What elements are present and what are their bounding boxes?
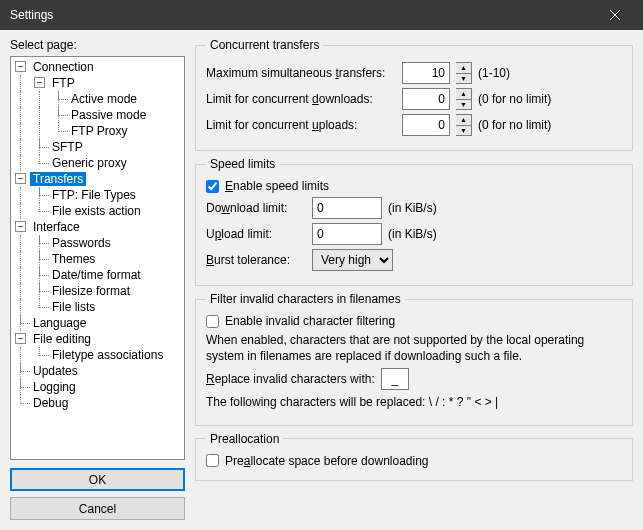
settings-tree[interactable]: − Connection − FTP Active mode	[10, 56, 185, 460]
concurrent-legend: Concurrent transfers	[206, 38, 323, 52]
tree-item-updates[interactable]: Updates	[30, 364, 81, 378]
dl-limit-unit: (in KiB/s)	[388, 201, 437, 215]
tree-item-themes[interactable]: Themes	[49, 252, 98, 266]
tree-item-passwords[interactable]: Passwords	[49, 236, 114, 250]
prealloc-label: Preallocate space before downloading	[225, 454, 429, 468]
concurrent-dl-input[interactable]	[402, 88, 450, 110]
max-transfers-input[interactable]	[402, 62, 450, 84]
enable-filter-checkbox[interactable]	[206, 315, 219, 328]
tree-item-transfers[interactable]: Transfers	[30, 172, 86, 186]
concurrent-ul-spinner[interactable]: ▲▼	[456, 114, 472, 136]
tree-item-sftp[interactable]: SFTP	[49, 140, 86, 154]
tree-item-filelists[interactable]: File lists	[49, 300, 98, 314]
burst-select[interactable]: Very high	[312, 249, 393, 271]
enable-filter-label: Enable invalid character filtering	[225, 314, 395, 328]
tree-item-datetime[interactable]: Date/time format	[49, 268, 144, 282]
replace-input[interactable]	[381, 368, 409, 390]
select-page-label: Select page:	[10, 38, 185, 52]
tree-item-passive-mode[interactable]: Passive mode	[68, 108, 149, 122]
tree-item-file-types[interactable]: FTP: File Types	[49, 188, 139, 202]
tree-item-file-editing[interactable]: File editing	[30, 332, 94, 346]
tree-item-filetype-assoc[interactable]: Filetype associations	[49, 348, 166, 362]
concurrent-ul-hint: (0 for no limit)	[478, 118, 551, 132]
tree-item-debug[interactable]: Debug	[30, 396, 71, 410]
concurrent-transfers-group: Concurrent transfers Maximum simultaneou…	[195, 38, 633, 151]
tree-toggle[interactable]: −	[15, 221, 26, 232]
tree-item-filesize[interactable]: Filesize format	[49, 284, 133, 298]
dl-limit-label: Download limit:	[206, 201, 306, 215]
burst-label: Burst tolerance:	[206, 253, 306, 267]
concurrent-dl-spinner[interactable]: ▲▼	[456, 88, 472, 110]
tree-item-connection[interactable]: Connection	[30, 60, 97, 74]
replace-label: Replace invalid characters with:	[206, 372, 375, 386]
spin-up-icon[interactable]: ▲	[456, 115, 471, 126]
close-icon	[610, 10, 620, 20]
tree-item-ftp-proxy[interactable]: FTP Proxy	[68, 124, 130, 138]
close-button[interactable]	[595, 1, 635, 29]
max-transfers-label: Maximum simultaneous transfers:	[206, 66, 396, 80]
concurrent-dl-label: Limit for concurrent downloads:	[206, 92, 396, 106]
tree-item-interface[interactable]: Interface	[30, 220, 83, 234]
tree-toggle[interactable]: −	[34, 77, 45, 88]
ul-limit-input[interactable]	[312, 223, 382, 245]
prealloc-checkbox[interactable]	[206, 454, 219, 467]
spin-up-icon[interactable]: ▲	[456, 89, 471, 100]
prealloc-group: Preallocation Preallocate space before d…	[195, 432, 633, 481]
speed-legend: Speed limits	[206, 157, 279, 171]
speed-limits-group: Speed limits Enable speed limits Downloa…	[195, 157, 633, 286]
spin-down-icon[interactable]: ▼	[456, 126, 471, 136]
spin-down-icon[interactable]: ▼	[456, 74, 471, 84]
spin-up-icon[interactable]: ▲	[456, 63, 471, 74]
max-transfers-spinner[interactable]: ▲▼	[456, 62, 472, 84]
concurrent-ul-label: Limit for concurrent uploads:	[206, 118, 396, 132]
ok-button[interactable]: OK	[10, 468, 185, 491]
tree-item-file-exists[interactable]: File exists action	[49, 204, 144, 218]
concurrent-dl-hint: (0 for no limit)	[478, 92, 551, 106]
filter-legend: Filter invalid characters in filenames	[206, 292, 405, 306]
max-transfers-hint: (1-10)	[478, 66, 510, 80]
dl-limit-input[interactable]	[312, 197, 382, 219]
tree-item-ftp[interactable]: FTP	[49, 76, 78, 90]
ul-limit-unit: (in KiB/s)	[388, 227, 437, 241]
filter-list: The following characters will be replace…	[206, 394, 622, 410]
prealloc-legend: Preallocation	[206, 432, 283, 446]
titlebar: Settings	[0, 0, 643, 30]
window-title: Settings	[10, 8, 595, 22]
tree-toggle[interactable]: −	[15, 333, 26, 344]
tree-toggle[interactable]: −	[15, 61, 26, 72]
concurrent-ul-input[interactable]	[402, 114, 450, 136]
ul-limit-label: Upload limit:	[206, 227, 306, 241]
tree-item-language[interactable]: Language	[30, 316, 89, 330]
tree-item-generic-proxy[interactable]: Generic proxy	[49, 156, 130, 170]
tree-toggle[interactable]: −	[15, 173, 26, 184]
filter-group: Filter invalid characters in filenames E…	[195, 292, 633, 426]
cancel-button[interactable]: Cancel	[10, 497, 185, 520]
tree-item-logging[interactable]: Logging	[30, 380, 79, 394]
tree-item-active-mode[interactable]: Active mode	[68, 92, 140, 106]
filter-desc: When enabled, characters that are not su…	[206, 332, 622, 364]
spin-down-icon[interactable]: ▼	[456, 100, 471, 110]
enable-speed-label: Enable speed limits	[225, 179, 329, 193]
enable-speed-checkbox[interactable]	[206, 180, 219, 193]
